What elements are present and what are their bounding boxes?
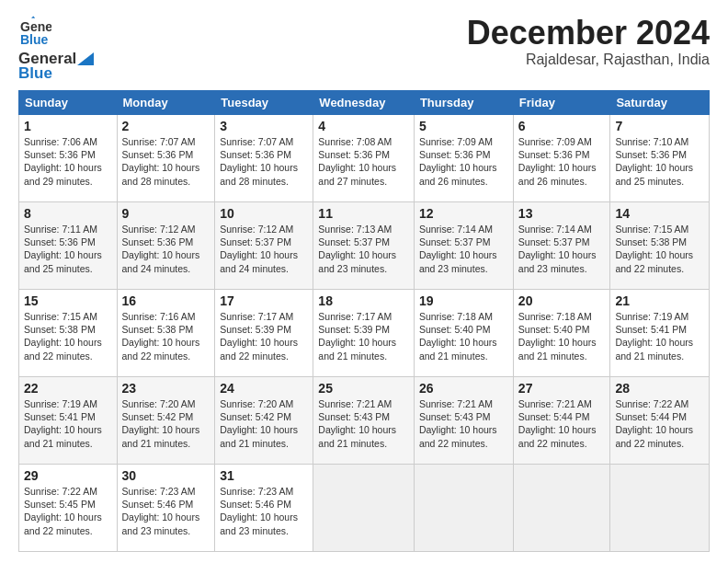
day-number: 17: [220, 293, 308, 308]
table-row: 17Sunrise: 7:17 AMSunset: 5:39 PMDayligh…: [215, 290, 313, 377]
table-row: 25Sunrise: 7:21 AMSunset: 5:43 PMDayligh…: [313, 377, 415, 465]
day-info: Sunrise: 7:20 AMSunset: 5:42 PMDaylight:…: [220, 397, 308, 450]
table-row: 12Sunrise: 7:14 AMSunset: 5:37 PMDayligh…: [414, 202, 513, 290]
header-thursday: Thursday: [414, 91, 513, 115]
table-row: 7Sunrise: 7:10 AMSunset: 5:36 PMDaylight…: [610, 115, 710, 202]
svg-text:Blue: Blue: [20, 32, 49, 47]
day-info: Sunrise: 7:09 AMSunset: 5:36 PMDaylight:…: [518, 135, 606, 188]
day-info: Sunrise: 7:07 AMSunset: 5:36 PMDaylight:…: [122, 135, 210, 188]
table-row: 11Sunrise: 7:13 AMSunset: 5:37 PMDayligh…: [313, 202, 415, 290]
table-row: 24Sunrise: 7:20 AMSunset: 5:42 PMDayligh…: [215, 377, 313, 465]
table-row: 29Sunrise: 7:22 AMSunset: 5:45 PMDayligh…: [19, 465, 118, 552]
day-info: Sunrise: 7:14 AMSunset: 5:37 PMDaylight:…: [518, 223, 606, 275]
day-number: 6: [518, 119, 606, 133]
header-saturday: Saturday: [610, 91, 710, 115]
day-number: 7: [615, 119, 704, 133]
day-number: 5: [419, 119, 508, 133]
table-row: 14Sunrise: 7:15 AMSunset: 5:38 PMDayligh…: [610, 202, 710, 290]
table-row: 31Sunrise: 7:23 AMSunset: 5:46 PMDayligh…: [215, 465, 313, 552]
day-info: Sunrise: 7:11 AMSunset: 5:36 PMDaylight:…: [24, 223, 112, 275]
table-row: 4Sunrise: 7:08 AMSunset: 5:36 PMDaylight…: [313, 115, 415, 202]
day-number: 10: [220, 206, 308, 221]
table-row: 18Sunrise: 7:17 AMSunset: 5:39 PMDayligh…: [313, 290, 415, 377]
day-number: 9: [122, 206, 210, 221]
day-info: Sunrise: 7:22 AMSunset: 5:45 PMDaylight:…: [24, 485, 112, 537]
table-row: [414, 465, 513, 552]
table-row: 5Sunrise: 7:09 AMSunset: 5:36 PMDaylight…: [414, 115, 513, 202]
table-row: 6Sunrise: 7:09 AMSunset: 5:36 PMDaylight…: [513, 115, 610, 202]
logo-icon: General Blue: [18, 15, 51, 48]
month-title: December 2024: [467, 15, 710, 52]
day-info: Sunrise: 7:23 AMSunset: 5:46 PMDaylight:…: [220, 485, 308, 537]
day-info: Sunrise: 7:23 AMSunset: 5:46 PMDaylight:…: [122, 485, 210, 537]
table-row: 1Sunrise: 7:06 AMSunset: 5:36 PMDaylight…: [19, 115, 118, 202]
table-row: 9Sunrise: 7:12 AMSunset: 5:36 PMDaylight…: [117, 202, 215, 290]
table-row: 22Sunrise: 7:19 AMSunset: 5:41 PMDayligh…: [19, 377, 118, 465]
location-subtitle: Rajaldesar, Rajasthan, India: [467, 52, 710, 68]
page-header: General Blue General Blue December 2024 …: [18, 15, 710, 83]
day-info: Sunrise: 7:21 AMSunset: 5:43 PMDaylight:…: [419, 397, 508, 450]
header-friday: Friday: [513, 91, 610, 115]
svg-marker-3: [77, 52, 94, 65]
day-number: 25: [318, 381, 409, 396]
header-wednesday: Wednesday: [313, 91, 415, 115]
day-info: Sunrise: 7:15 AMSunset: 5:38 PMDaylight:…: [24, 310, 112, 362]
day-info: Sunrise: 7:17 AMSunset: 5:39 PMDaylight:…: [220, 310, 308, 362]
table-row: 2Sunrise: 7:07 AMSunset: 5:36 PMDaylight…: [117, 115, 215, 202]
day-info: Sunrise: 7:19 AMSunset: 5:41 PMDaylight:…: [24, 397, 112, 450]
title-block: December 2024 Rajaldesar, Rajasthan, Ind…: [467, 15, 710, 68]
day-number: 11: [318, 206, 409, 221]
day-number: 28: [615, 381, 704, 396]
calendar-table: Sunday Monday Tuesday Wednesday Thursday…: [18, 90, 710, 552]
table-row: 15Sunrise: 7:15 AMSunset: 5:38 PMDayligh…: [19, 290, 118, 377]
table-row: 13Sunrise: 7:14 AMSunset: 5:37 PMDayligh…: [513, 202, 610, 290]
day-info: Sunrise: 7:18 AMSunset: 5:40 PMDaylight:…: [419, 310, 508, 362]
day-number: 2: [122, 119, 210, 133]
day-info: Sunrise: 7:16 AMSunset: 5:38 PMDaylight:…: [122, 310, 210, 362]
day-number: 27: [518, 381, 606, 396]
table-row: 28Sunrise: 7:22 AMSunset: 5:44 PMDayligh…: [610, 377, 710, 465]
day-number: 30: [122, 468, 210, 483]
day-info: Sunrise: 7:06 AMSunset: 5:36 PMDaylight:…: [24, 135, 112, 188]
day-number: 14: [615, 206, 704, 221]
day-number: 18: [318, 293, 409, 308]
day-number: 13: [518, 206, 606, 221]
day-info: Sunrise: 7:15 AMSunset: 5:38 PMDaylight:…: [615, 223, 704, 275]
table-row: 27Sunrise: 7:21 AMSunset: 5:44 PMDayligh…: [513, 377, 610, 465]
table-row: 16Sunrise: 7:16 AMSunset: 5:38 PMDayligh…: [117, 290, 215, 377]
table-row: 20Sunrise: 7:18 AMSunset: 5:40 PMDayligh…: [513, 290, 610, 377]
day-number: 16: [122, 293, 210, 308]
day-info: Sunrise: 7:20 AMSunset: 5:42 PMDaylight:…: [122, 397, 210, 450]
day-number: 4: [318, 119, 409, 133]
day-number: 24: [220, 381, 308, 396]
day-number: 19: [419, 293, 508, 308]
day-number: 26: [419, 381, 508, 396]
day-number: 12: [419, 206, 508, 221]
day-info: Sunrise: 7:21 AMSunset: 5:43 PMDaylight:…: [318, 397, 409, 450]
table-row: [313, 465, 415, 552]
table-row: [610, 465, 710, 552]
logo-triangle-icon: [77, 52, 94, 65]
table-row: 23Sunrise: 7:20 AMSunset: 5:42 PMDayligh…: [117, 377, 215, 465]
header-tuesday: Tuesday: [215, 91, 313, 115]
day-info: Sunrise: 7:18 AMSunset: 5:40 PMDaylight:…: [518, 310, 606, 362]
day-info: Sunrise: 7:22 AMSunset: 5:44 PMDaylight:…: [615, 397, 704, 450]
day-number: 3: [220, 119, 308, 133]
day-info: Sunrise: 7:10 AMSunset: 5:36 PMDaylight:…: [615, 135, 704, 188]
day-number: 1: [24, 119, 112, 133]
day-info: Sunrise: 7:12 AMSunset: 5:37 PMDaylight:…: [220, 223, 308, 275]
day-number: 21: [615, 293, 704, 308]
day-info: Sunrise: 7:08 AMSunset: 5:36 PMDaylight:…: [318, 135, 409, 188]
day-info: Sunrise: 7:19 AMSunset: 5:41 PMDaylight:…: [615, 310, 704, 362]
day-info: Sunrise: 7:07 AMSunset: 5:36 PMDaylight:…: [220, 135, 308, 188]
table-row: 26Sunrise: 7:21 AMSunset: 5:43 PMDayligh…: [414, 377, 513, 465]
day-number: 31: [220, 468, 308, 483]
day-info: Sunrise: 7:14 AMSunset: 5:37 PMDaylight:…: [419, 223, 508, 275]
day-number: 29: [24, 468, 112, 483]
calendar-page: General Blue General Blue December 2024 …: [0, 0, 728, 563]
day-number: 20: [518, 293, 606, 308]
day-info: Sunrise: 7:17 AMSunset: 5:39 PMDaylight:…: [318, 310, 409, 362]
day-number: 8: [24, 206, 112, 221]
day-info: Sunrise: 7:12 AMSunset: 5:36 PMDaylight:…: [122, 223, 210, 275]
header-sunday: Sunday: [19, 91, 118, 115]
